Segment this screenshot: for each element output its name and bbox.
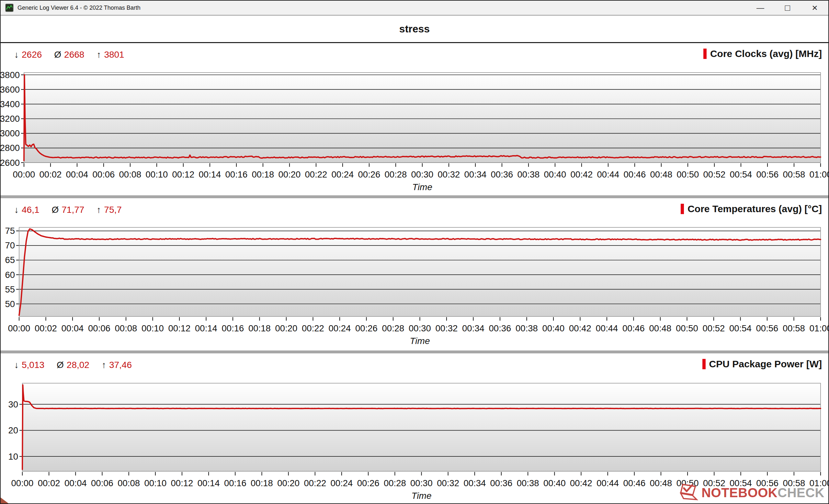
svg-text:00:30: 00:30 [411, 170, 434, 179]
svg-text:Time: Time [412, 182, 432, 192]
svg-text:00:20: 00:20 [277, 478, 299, 488]
svg-text:00:16: 00:16 [225, 170, 248, 179]
svg-text:00:12: 00:12 [172, 170, 194, 179]
core-clocks-chart[interactable]: 260028003000320034003600380000:0000:0200… [1, 43, 828, 195]
max-arrow-icon: ↑ [97, 49, 101, 60]
stats-core-clocks: ↓ 2626 Ø 2668 ↑ 3801 [14, 49, 137, 60]
svg-text:00:12: 00:12 [171, 478, 193, 488]
svg-text:00:54: 00:54 [730, 170, 752, 179]
svg-text:00:44: 00:44 [597, 478, 619, 488]
close-button[interactable]: × [801, 1, 828, 15]
min-arrow-icon: ↓ [14, 49, 19, 60]
svg-text:00:24: 00:24 [331, 478, 353, 488]
metric-label: Core Temperatures (avg) [°C] [687, 204, 822, 214]
svg-text:70: 70 [5, 240, 15, 250]
svg-text:01:00: 01:00 [809, 323, 828, 333]
svg-text:55: 55 [5, 284, 15, 294]
notebookcheck-logo-text-gray: CHECK [778, 485, 825, 500]
avg-value: 28,02 [67, 360, 89, 370]
panel-core-clocks: 260028003000320034003600380000:0000:0200… [1, 43, 828, 195]
legend-color-bar [702, 359, 706, 369]
svg-text:00:42: 00:42 [571, 170, 593, 179]
svg-text:00:10: 00:10 [146, 170, 168, 179]
legend-color-bar [681, 204, 684, 214]
svg-text:00:58: 00:58 [783, 170, 805, 179]
svg-text:00:42: 00:42 [570, 478, 592, 488]
svg-text:65: 65 [5, 255, 15, 265]
log-title: stress [399, 23, 430, 35]
max-value: 3801 [104, 49, 124, 60]
svg-text:30: 30 [8, 399, 18, 409]
svg-text:00:48: 00:48 [650, 478, 672, 488]
min-value: 2626 [22, 49, 42, 60]
svg-text:00:12: 00:12 [168, 323, 191, 333]
svg-text:00:00: 00:00 [13, 170, 35, 179]
title-bar: Generic Log Viewer 6.4 - © 2022 Thomas B… [1, 1, 828, 15]
avg-symbol-icon: Ø [54, 49, 61, 60]
min-arrow-icon: ↓ [14, 360, 19, 370]
max-value: 75,7 [104, 205, 122, 215]
svg-text:00:18: 00:18 [251, 478, 273, 488]
svg-text:00:18: 00:18 [252, 170, 274, 179]
svg-text:00:06: 00:06 [88, 323, 110, 333]
svg-text:00:08: 00:08 [119, 170, 142, 179]
avg-symbol-icon: Ø [57, 360, 64, 370]
svg-text:00:14: 00:14 [199, 170, 221, 179]
panel-separator [1, 351, 828, 353]
notebookcheck-logo: NOTEBOOK CHECK [679, 483, 825, 502]
svg-text:00:04: 00:04 [62, 323, 84, 333]
notebookcheck-logo-text-red: NOTEBOOK [701, 485, 778, 500]
svg-text:00:40: 00:40 [543, 478, 566, 488]
svg-text:00:30: 00:30 [410, 478, 433, 488]
avg-value: 71,77 [62, 205, 84, 215]
svg-text:00:10: 00:10 [144, 478, 167, 488]
svg-text:00:46: 00:46 [624, 170, 646, 179]
notebookcheck-laptop-icon [679, 483, 700, 502]
svg-text:00:00: 00:00 [11, 478, 34, 488]
svg-text:00:06: 00:06 [91, 478, 113, 488]
svg-text:00:10: 00:10 [142, 323, 164, 333]
svg-text:00:40: 00:40 [542, 323, 565, 333]
svg-text:00:04: 00:04 [65, 478, 87, 488]
svg-text:50: 50 [5, 299, 15, 309]
svg-text:00:38: 00:38 [515, 323, 538, 333]
svg-text:00:08: 00:08 [115, 323, 137, 333]
svg-text:00:58: 00:58 [783, 323, 805, 333]
svg-text:60: 60 [5, 270, 15, 280]
max-arrow-icon: ↑ [97, 205, 101, 215]
svg-text:00:26: 00:26 [358, 170, 381, 179]
avg-symbol-icon: Ø [52, 205, 59, 215]
core-temperatures-chart[interactable]: 50556065707500:0000:0200:0400:0600:0800:… [1, 198, 828, 351]
svg-text:00:50: 00:50 [677, 170, 699, 179]
panel-core-temperatures: 50556065707500:0000:0200:0400:0600:0800:… [1, 198, 828, 351]
svg-text:00:22: 00:22 [302, 323, 324, 333]
min-arrow-icon: ↓ [14, 205, 19, 215]
svg-text:2600: 2600 [1, 158, 20, 168]
panel-cpu-package-power: 10203000:0000:0200:0400:0600:0800:1000:1… [1, 353, 828, 503]
svg-text:00:08: 00:08 [117, 478, 140, 488]
minimize-button[interactable]: — [747, 1, 774, 15]
cpu-package-power-chart[interactable]: 10203000:0000:0200:0400:0600:0800:1000:1… [1, 353, 828, 503]
maximize-button[interactable]: □ [774, 1, 801, 15]
svg-text:00:34: 00:34 [462, 323, 484, 333]
svg-text:00:24: 00:24 [329, 323, 351, 333]
min-value: 5,013 [22, 360, 44, 370]
svg-text:00:38: 00:38 [517, 478, 539, 488]
metric-title-core-clocks: Core Clocks (avg) [MHz] [704, 48, 822, 59]
min-value: 46,1 [22, 205, 39, 215]
svg-text:00:02: 00:02 [38, 478, 60, 488]
svg-text:00:48: 00:48 [650, 170, 673, 179]
svg-text:00:48: 00:48 [649, 323, 672, 333]
svg-text:00:36: 00:36 [490, 478, 513, 488]
svg-text:00:14: 00:14 [197, 478, 220, 488]
log-title-header: stress [1, 15, 828, 43]
svg-text:00:46: 00:46 [622, 323, 645, 333]
svg-text:00:14: 00:14 [195, 323, 217, 333]
svg-text:00:32: 00:32 [437, 478, 459, 488]
svg-text:3800: 3800 [1, 70, 20, 80]
svg-text:Time: Time [411, 491, 432, 501]
svg-text:3400: 3400 [1, 99, 20, 109]
window-controls: — □ × [747, 1, 828, 15]
svg-text:3600: 3600 [1, 84, 20, 95]
svg-text:00:22: 00:22 [304, 478, 326, 488]
